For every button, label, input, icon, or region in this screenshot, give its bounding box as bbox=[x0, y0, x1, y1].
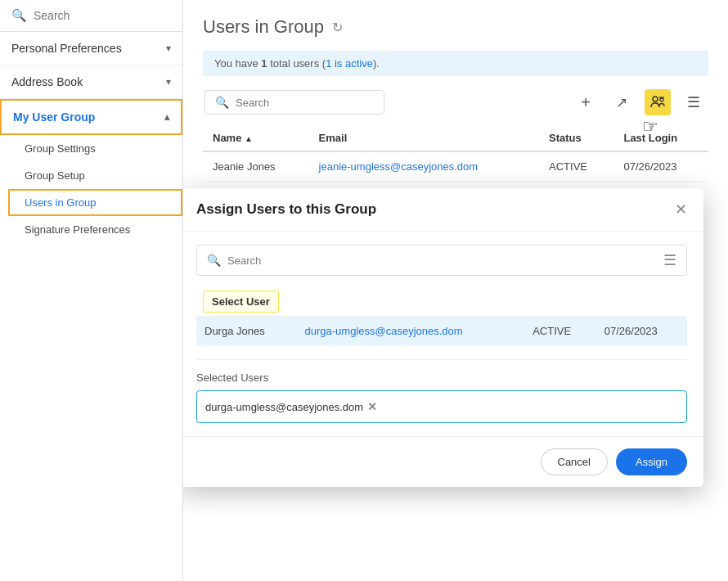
sidebar-item-users-in-group[interactable]: Users in Group bbox=[8, 189, 182, 216]
select-user-label: Select User bbox=[203, 290, 279, 313]
sidebar-item-group-settings[interactable]: Group Settings bbox=[8, 135, 182, 162]
count-text-middle: total users ( bbox=[267, 57, 326, 70]
search-icon: 🔍 bbox=[11, 8, 27, 23]
sidebar-item-personal-preferences[interactable]: Personal Preferences ▾ bbox=[0, 32, 182, 65]
assign-button[interactable]: Assign bbox=[616, 448, 687, 475]
modal-title: Assign Users to this Group bbox=[196, 201, 376, 218]
assign-users-icon bbox=[649, 94, 666, 110]
col-header-last-login[interactable]: Last Login bbox=[613, 125, 708, 151]
assign-users-icon-button[interactable] bbox=[645, 89, 671, 115]
modal-header: Assign Users to this Group ✕ bbox=[180, 188, 703, 232]
modal-close-button[interactable]: ✕ bbox=[675, 202, 687, 217]
svg-point-0 bbox=[653, 97, 658, 101]
modal-user-name: Durga Jones bbox=[196, 317, 297, 346]
user-name-cell: Jeanie Jones bbox=[203, 151, 309, 182]
modal-table-row[interactable]: Durga Jones durga-umgless@caseyjones.dom… bbox=[196, 317, 687, 346]
table-search[interactable]: 🔍 bbox=[204, 90, 384, 115]
sidebar-item-signature-preferences[interactable]: Signature Preferences bbox=[8, 216, 182, 243]
cancel-button[interactable]: Cancel bbox=[541, 448, 608, 475]
table-search-input[interactable] bbox=[236, 97, 374, 109]
chip-remove-button[interactable]: ✕ bbox=[367, 400, 377, 413]
chip-email: durga-umgless@caseyjones.dom bbox=[205, 401, 363, 413]
app-container: 🔍 Personal Preferences ▾ Address Book ▾ … bbox=[0, 0, 728, 581]
modal-body: 🔍 ☰ Select User Durga Jones durga-um bbox=[180, 232, 703, 436]
count-text-end: ). bbox=[373, 57, 380, 70]
personal-preferences-label: Personal Preferences bbox=[11, 42, 122, 55]
sidebar-item-group-setup[interactable]: Group Setup bbox=[8, 162, 182, 189]
user-last-login-cell: 07/26/2023 bbox=[613, 151, 708, 182]
chevron-up-icon: ▴ bbox=[164, 111, 169, 123]
chevron-down-icon-2: ▾ bbox=[166, 76, 171, 88]
assign-users-modal: Assign Users to this Group ✕ 🔍 ☰ Select … bbox=[180, 188, 703, 487]
page-title: Users in Group bbox=[203, 16, 324, 38]
count-number: 1 bbox=[261, 57, 267, 70]
modal-search-menu-icon[interactable]: ☰ bbox=[663, 251, 676, 269]
table-toolbar: 🔍 + ↗ ☰ bbox=[203, 89, 708, 115]
modal-user-status: ACTIVE bbox=[524, 317, 596, 346]
add-user-button[interactable]: + bbox=[573, 89, 599, 115]
col-header-name[interactable]: Name ▲ bbox=[203, 125, 309, 151]
my-user-group-label: My User Group bbox=[13, 110, 95, 124]
sidebar-search-bar[interactable]: 🔍 bbox=[0, 0, 182, 32]
col-header-email[interactable]: Email bbox=[309, 125, 539, 151]
selected-users-label: Selected Users bbox=[196, 372, 687, 384]
sidebar-sub-items: Group Settings Group Setup Users in Grou… bbox=[0, 135, 182, 243]
user-status-cell: ACTIVE bbox=[539, 151, 613, 182]
sidebar-item-address-book[interactable]: Address Book ▾ bbox=[0, 65, 182, 99]
modal-search-bar[interactable]: 🔍 ☰ bbox=[196, 245, 687, 276]
user-email-cell[interactable]: jeanie-umgless@caseyjones.dom bbox=[309, 151, 539, 182]
sort-arrow: ▲ bbox=[245, 134, 253, 143]
col-header-status[interactable]: Status bbox=[539, 125, 613, 151]
sidebar-search-input[interactable] bbox=[34, 9, 171, 22]
count-active: 1 is active bbox=[326, 57, 373, 70]
modal-table: Select User Durga Jones durga-umgless@ca… bbox=[196, 287, 687, 346]
selected-users-section: Selected Users durga-umgless@caseyjones.… bbox=[196, 359, 687, 423]
selected-users-chips: durga-umgless@caseyjones.dom ✕ bbox=[196, 390, 687, 423]
sidebar: 🔍 Personal Preferences ▾ Address Book ▾ … bbox=[0, 0, 183, 581]
export-button[interactable]: ↗ bbox=[609, 89, 635, 115]
users-count-bar: You have 1 total users (1 is active). bbox=[203, 51, 708, 76]
more-options-button[interactable]: ☰ bbox=[681, 89, 707, 115]
modal-user-email: durga-umgless@caseyjones.dom bbox=[297, 317, 525, 346]
svg-point-1 bbox=[660, 98, 663, 101]
modal-user-last-login: 07/26/2023 bbox=[596, 317, 687, 346]
modal-search-input[interactable] bbox=[227, 254, 657, 267]
table-search-icon: 🔍 bbox=[215, 96, 229, 109]
page-title-bar: Users in Group ↻ bbox=[203, 16, 708, 38]
count-text-prefix: You have bbox=[214, 57, 261, 70]
sidebar-item-my-user-group[interactable]: My User Group ▴ bbox=[0, 99, 182, 135]
toolbar-icons: + ↗ ☰ bbox=[573, 89, 707, 115]
users-table: Name ▲ Email Status Last Login Jeanie Jo… bbox=[203, 125, 708, 182]
chevron-down-icon: ▾ bbox=[166, 43, 171, 54]
table-row: Jeanie Jones jeanie-umgless@caseyjones.d… bbox=[203, 151, 708, 182]
modal-search-icon: 🔍 bbox=[207, 254, 221, 267]
address-book-label: Address Book bbox=[11, 75, 83, 88]
refresh-icon[interactable]: ↻ bbox=[332, 20, 343, 35]
modal-footer: Cancel Assign bbox=[180, 436, 703, 487]
selected-user-chip: durga-umgless@caseyjones.dom ✕ bbox=[205, 398, 377, 416]
